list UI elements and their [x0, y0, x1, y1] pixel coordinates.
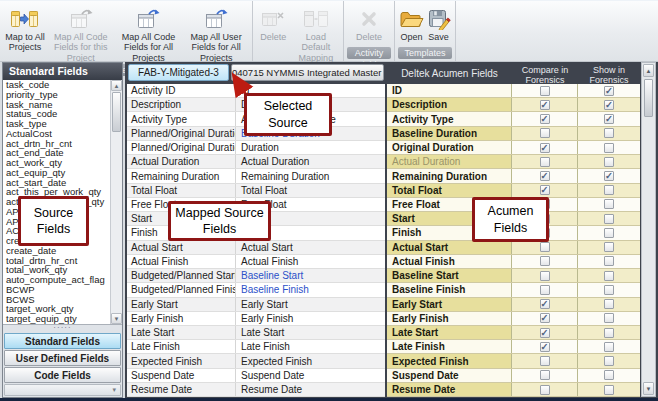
mapping-row[interactable]: Actual Finish Actual Finish — [127, 255, 385, 269]
show-checkbox[interactable] — [604, 285, 614, 295]
show-checkbox[interactable] — [604, 313, 614, 323]
acumen-field-row[interactable]: Early Finish — [387, 312, 640, 326]
compare-in-forensics-cell[interactable] — [512, 269, 578, 282]
mapped-field-name[interactable]: Remaining Duration — [236, 171, 385, 182]
compare-checkbox[interactable] — [540, 385, 550, 395]
open-template-button[interactable]: Open — [399, 3, 425, 46]
compare-in-forensics-cell[interactable] — [512, 84, 578, 97]
sidebar-nav-button[interactable]: User Defined Fields — [4, 350, 121, 366]
compare-in-forensics-cell[interactable] — [512, 112, 578, 125]
compare-in-forensics-cell[interactable] — [512, 354, 578, 367]
acumen-field-row[interactable]: Actual Finish — [387, 255, 640, 269]
show-checkbox[interactable] — [604, 228, 614, 238]
scroll-down-icon[interactable]: ▼ — [111, 313, 122, 324]
show-in-forensics-cell[interactable] — [578, 354, 640, 367]
show-in-forensics-cell[interactable] — [578, 169, 640, 182]
compare-in-forensics-cell[interactable] — [512, 98, 578, 111]
source-tab[interactable]: FAB-Y-Mitigated-3 — [128, 64, 229, 81]
show-checkbox[interactable] — [604, 185, 614, 195]
show-checkbox[interactable] — [604, 100, 614, 110]
mapping-row[interactable]: Late Finish Late Finish — [127, 340, 385, 354]
compare-in-forensics-cell[interactable] — [512, 383, 578, 396]
compare-in-forensics-cell[interactable] — [512, 312, 578, 325]
acumen-field-row[interactable]: Description — [387, 98, 640, 112]
show-checkbox[interactable] — [604, 356, 614, 366]
mapping-row[interactable]: Late Start Late Start — [127, 326, 385, 340]
mapping-row[interactable]: Remaining Duration Remaining Duration — [127, 169, 385, 183]
show-in-forensics-cell[interactable] — [578, 84, 640, 97]
mapping-row[interactable]: Expected Finish Expected Finish — [127, 354, 385, 368]
compare-checkbox[interactable] — [540, 271, 550, 281]
acumen-field-row[interactable]: Suspend Date — [387, 369, 640, 383]
mapping-row[interactable]: Planned/Original Duration Duration — [127, 141, 385, 155]
show-checkbox[interactable] — [604, 171, 614, 181]
sidebar-nav-button[interactable]: Standard Fields — [4, 333, 121, 349]
show-checkbox[interactable] — [604, 143, 614, 153]
acumen-field-row[interactable]: Total Float — [387, 184, 640, 198]
mapping-row[interactable]: Early Start Early Start — [127, 298, 385, 312]
show-checkbox[interactable] — [604, 271, 614, 281]
mapped-field-name[interactable]: Duration — [236, 142, 385, 153]
acumen-field-row[interactable]: Late Start — [387, 326, 640, 340]
show-in-forensics-cell[interactable] — [578, 155, 640, 168]
show-in-forensics-cell[interactable] — [578, 340, 640, 353]
compare-in-forensics-cell[interactable] — [512, 127, 578, 140]
save-template-button[interactable]: Save — [426, 3, 452, 46]
mapping-row[interactable]: Total Float Total Float — [127, 184, 385, 198]
table-scrollbar[interactable]: ▲ ▼ — [641, 62, 656, 397]
show-checkbox[interactable] — [604, 157, 614, 167]
mapped-field-name[interactable]: Actual Finish — [236, 256, 385, 267]
compare-checkbox[interactable] — [540, 342, 550, 352]
scroll-up-icon[interactable]: ▲ — [643, 64, 654, 77]
compare-in-forensics-cell[interactable] — [512, 241, 578, 254]
show-checkbox[interactable] — [604, 86, 614, 96]
compare-in-forensics-cell[interactable] — [512, 141, 578, 154]
compare-checkbox[interactable] — [540, 114, 550, 124]
compare-checkbox[interactable] — [540, 256, 550, 266]
show-checkbox[interactable] — [604, 256, 614, 266]
mapping-row[interactable]: Suspend Date Suspend Date — [127, 369, 385, 383]
show-checkbox[interactable] — [604, 370, 614, 380]
acumen-field-row[interactable]: Late Finish — [387, 340, 640, 354]
compare-in-forensics-cell[interactable] — [512, 184, 578, 197]
show-in-forensics-cell[interactable] — [578, 269, 640, 282]
mapping-row[interactable]: Early Finish Early Finish — [127, 312, 385, 326]
sidebar-nav-button[interactable]: Code Fields — [4, 367, 121, 383]
show-in-forensics-cell[interactable] — [578, 383, 640, 396]
mapped-field-name[interactable]: Baseline Finish — [236, 284, 385, 295]
acumen-field-row[interactable]: Baseline Finish — [387, 283, 640, 297]
mapping-row[interactable]: Budgeted/Planned Finish Baseline Finish — [127, 283, 385, 297]
show-in-forensics-cell[interactable] — [578, 283, 640, 296]
scrollbar-thumb[interactable] — [644, 79, 653, 117]
scrollbar-thumb[interactable] — [112, 92, 121, 132]
show-checkbox[interactable] — [604, 114, 614, 124]
compare-checkbox[interactable] — [540, 128, 550, 138]
show-in-forensics-cell[interactable] — [578, 141, 640, 154]
acumen-field-row[interactable]: Resume Date — [387, 383, 640, 397]
acumen-field-row[interactable]: Activity Type — [387, 112, 640, 126]
mapped-field-name[interactable]: Early Finish — [236, 313, 385, 324]
show-in-forensics-cell[interactable] — [578, 226, 640, 239]
compare-checkbox[interactable] — [540, 171, 550, 181]
show-checkbox[interactable] — [604, 299, 614, 309]
acumen-field-row[interactable]: Actual Duration — [387, 155, 640, 169]
show-checkbox[interactable] — [604, 242, 614, 252]
show-in-forensics-cell[interactable] — [578, 127, 640, 140]
mapping-row[interactable]: Budgeted/Planned Start Baseline Start — [127, 269, 385, 283]
mapped-field-name[interactable]: Early Start — [236, 299, 385, 310]
show-in-forensics-cell[interactable] — [578, 369, 640, 382]
show-checkbox[interactable] — [604, 199, 614, 209]
compare-checkbox[interactable] — [540, 242, 550, 252]
map-all-user-fields-all-projects-button[interactable]: Map All User Fields for All Projects — [183, 3, 249, 63]
compare-checkbox[interactable] — [540, 100, 550, 110]
show-in-forensics-cell[interactable] — [578, 198, 640, 211]
acumen-field-row[interactable]: Expected Finish — [387, 354, 640, 368]
sidebar-scrollbar[interactable]: ▲ ▼ — [110, 80, 122, 324]
compare-in-forensics-cell[interactable] — [512, 326, 578, 339]
map-to-all-projects-button[interactable]: Map to All Projects — [3, 3, 47, 63]
mapped-field-name[interactable]: Late Finish — [236, 341, 385, 352]
mapped-field-name[interactable]: Expected Finish — [236, 356, 385, 367]
mapped-field-name[interactable]: Actual Start — [236, 242, 385, 253]
mapping-row[interactable]: Resume Date Resume Date — [127, 383, 385, 397]
show-in-forensics-cell[interactable] — [578, 212, 640, 225]
